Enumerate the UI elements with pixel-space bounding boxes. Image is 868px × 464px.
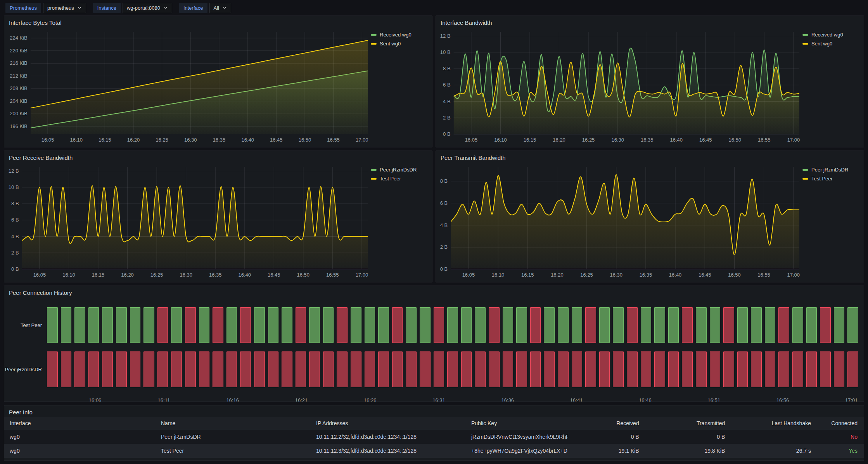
x-tick-label: 16:45 <box>268 272 280 278</box>
state-bar-disconnected <box>613 351 624 387</box>
x-tick-label: 16:40 <box>669 272 682 278</box>
timeline-bars <box>47 351 858 387</box>
column-header-public-key[interactable]: Public Key <box>471 420 568 426</box>
panel-title[interactable]: Peer Info <box>4 405 864 417</box>
state-bar-disconnected <box>530 351 541 387</box>
variable-value: All <box>214 5 219 11</box>
legend-item-test-peer[interactable]: Test Peer <box>802 176 860 182</box>
x-tick-label: 16:15 <box>92 272 105 278</box>
chevron-down-icon <box>163 5 168 10</box>
cell-connected: Yes <box>812 448 858 454</box>
state-bar-disconnected <box>309 351 320 387</box>
state-bar-disconnected <box>434 351 444 387</box>
interface-bandwidth-chart[interactable]: 0 B2 B4 B6 B8 B10 B12 B16:0516:1016:1516… <box>436 27 802 144</box>
state-bar-disconnected <box>227 351 237 387</box>
panel-title[interactable]: Interface Bandwidth <box>436 16 864 27</box>
y-tick-label: 204 KiB <box>10 98 28 104</box>
legend: Peer jRzmDsDRTest Peer <box>371 162 432 279</box>
legend-item-test-peer[interactable]: Test Peer <box>371 176 428 182</box>
legend-item-received-wg0[interactable]: Received wg0 <box>802 32 860 38</box>
state-bar-disconnected <box>820 307 831 343</box>
state-bar-disconnected <box>185 307 196 343</box>
state-bar-disconnected <box>185 351 196 387</box>
legend-item-sent-wg0[interactable]: Sent wg0 <box>802 41 860 47</box>
interface-bytes-total-chart[interactable]: 196 KiB200 KiB204 KiB208 KiB212 KiB216 K… <box>4 27 371 144</box>
x-tick-label: 16:11 <box>158 397 170 402</box>
legend-label: Received wg0 <box>380 32 412 38</box>
y-tick-label: 208 KiB <box>10 85 28 91</box>
y-tick-label: 2 B <box>440 244 448 250</box>
column-header-connected[interactable]: Connected <box>812 420 858 426</box>
state-bar-connected <box>406 307 417 343</box>
state-bar-connected <box>323 307 334 343</box>
x-tick-label: 16:51 <box>707 397 720 402</box>
y-tick-label: 10 B <box>440 49 451 55</box>
legend-item-received-wg0[interactable]: Received wg0 <box>371 32 428 38</box>
state-bar-disconnected <box>434 307 444 343</box>
state-bar-disconnected <box>572 351 583 387</box>
y-tick-label: 220 KiB <box>10 48 28 54</box>
state-bar-disconnected <box>337 307 348 343</box>
peer-receive-bandwidth-chart[interactable]: 0 B2 B4 B6 B8 B10 B12 B16:0516:1016:1516… <box>4 162 371 279</box>
state-bar-disconnected <box>88 351 99 387</box>
column-header-received[interactable]: Received <box>568 420 640 426</box>
variable-select-prometheus[interactable]: prometheus <box>43 3 86 13</box>
series-color-swatch <box>371 169 377 171</box>
x-tick-label: 16:25 <box>580 272 593 278</box>
legend-label: Sent wg0 <box>380 41 401 47</box>
state-bar-disconnected <box>157 307 168 343</box>
panel-title[interactable]: Interface Bytes Total <box>4 16 432 27</box>
y-tick-label: 4 B <box>11 234 19 239</box>
state-bar-disconnected <box>751 351 762 387</box>
state-bar-connected <box>74 307 85 343</box>
y-tick-label: 2 B <box>443 115 451 121</box>
state-bar-connected <box>516 307 527 343</box>
panel-title[interactable]: Peer Transmit Bandwidth <box>436 151 864 162</box>
state-bar-disconnected <box>599 351 610 387</box>
peer-transmit-bandwidth-chart[interactable]: 0 B2 B4 B6 B8 B16:0516:1016:1516:2016:25… <box>436 162 802 279</box>
variable-group-instance: Instance wg-portal:8080 <box>93 3 172 13</box>
y-tick-label: 10 B <box>9 184 19 190</box>
state-bar-disconnected <box>696 351 707 387</box>
x-tick-label: 16:50 <box>729 137 742 143</box>
panel-title[interactable]: Peer Receive Bandwidth <box>4 151 432 162</box>
x-tick-label: 16:15 <box>521 272 534 278</box>
x-tick-label: 16:26 <box>364 397 377 402</box>
timeline-row-label: Peer jRzmDsDR <box>4 351 47 387</box>
x-tick-label: 16:50 <box>299 137 311 143</box>
state-bar-connected <box>806 307 817 343</box>
legend-item-peer-jrzmdsdr[interactable]: Peer jRzmDsDR <box>371 167 428 173</box>
state-bar-disconnected <box>61 351 72 387</box>
column-header-interface[interactable]: Interface <box>10 420 161 426</box>
cell-received: 19.1 KiB <box>568 448 640 454</box>
cell-public-key: +8he+pyWH7Oa9g2FVjIxQzy04brLX+D <box>471 448 568 454</box>
panel-title[interactable]: Peer Connection History <box>4 286 864 297</box>
variable-value: prometheus <box>47 5 74 11</box>
state-bar-disconnected <box>654 351 665 387</box>
variable-select-interface[interactable]: All <box>209 3 231 13</box>
column-header-last-handshake[interactable]: Last Handshake <box>726 420 812 426</box>
column-header-transmitted[interactable]: Transmitted <box>640 420 726 426</box>
legend-item-sent-wg0[interactable]: Sent wg0 <box>371 41 428 47</box>
state-bar-disconnected <box>723 307 734 343</box>
y-tick-label: 2 B <box>11 250 19 256</box>
column-header-name[interactable]: Name <box>161 420 316 426</box>
x-tick-label: 16:20 <box>121 272 134 278</box>
state-bar-disconnected <box>585 307 596 343</box>
state-timeline[interactable]: Test PeerPeer jRzmDsDR16:0616:1116:1616:… <box>4 297 864 402</box>
state-bar-disconnected <box>378 351 389 387</box>
state-bar-connected <box>309 307 320 343</box>
panel-interface-bandwidth: Interface Bandwidth 0 B2 B4 B6 B8 B10 B1… <box>436 16 864 147</box>
x-tick-label: 16:45 <box>270 137 283 143</box>
column-header-ip-addresses[interactable]: IP Addresses <box>316 420 471 426</box>
x-tick-label: 17:00 <box>787 137 800 143</box>
timeline-x-axis: 16:0616:1116:1616:2116:2616:3116:3616:41… <box>47 396 858 402</box>
y-tick-label: 0 B <box>11 266 19 272</box>
variable-select-instance[interactable]: wg-portal:8080 <box>123 3 172 13</box>
state-bar-disconnected <box>489 307 500 343</box>
state-bar-connected <box>378 307 389 343</box>
x-tick-label: 16:35 <box>213 137 226 143</box>
state-bar-disconnected <box>737 351 748 387</box>
legend-item-peer-jrzmdsdr[interactable]: Peer jRzmDsDR <box>802 167 860 173</box>
state-bar-connected <box>268 307 279 343</box>
